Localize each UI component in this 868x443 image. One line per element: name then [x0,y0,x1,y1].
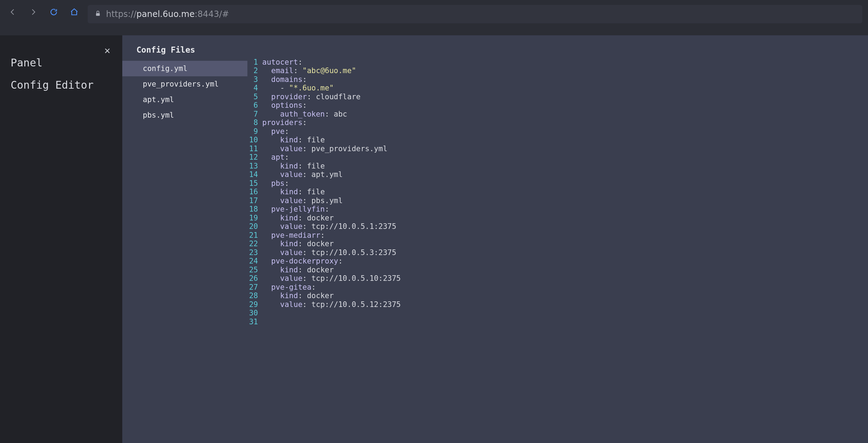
editor-line[interactable]: 29 value: tcp://10.0.5.12:2375 [247,300,868,309]
editor-line[interactable]: 11 value: pve_providers.yml [247,144,868,153]
line-code: kind: docker [262,291,868,300]
line-number: 29 [247,300,262,309]
line-number: 13 [247,161,262,170]
line-code: pve: [262,127,868,136]
line-code: kind: file [262,187,868,196]
editor-line[interactable]: 17 value: pbs.yml [247,196,868,205]
sidebar-item-panel[interactable]: Panel [0,52,122,74]
line-code: auth_token: abc [262,110,868,118]
editor-line[interactable]: 16 kind: file [247,187,868,196]
editor-line[interactable]: 31 [247,317,868,326]
line-number: 5 [247,92,262,101]
editor-line[interactable]: 2 email: "abc@6uo.me" [247,66,868,75]
line-code: value: tcp://10.0.5.3:2375 [262,248,868,257]
line-code [262,308,868,317]
editor-line[interactable]: 15 pbs: [247,179,868,188]
url-text: https://panel.6uo.me:8443/# [106,9,229,19]
line-code: kind: docker [262,239,868,248]
line-code: value: tcp://10.0.5.10:2375 [262,274,868,283]
line-number: 31 [247,317,262,326]
line-number: 15 [247,179,262,188]
main-area: ✕ PanelConfig Editor Config Files config… [0,35,868,443]
home-icon[interactable] [67,5,81,19]
line-number: 4 [247,83,262,92]
lock-icon [95,10,101,18]
file-item[interactable]: config.yml [122,61,247,76]
line-number: 24 [247,256,262,265]
line-code: kind: file [262,135,868,144]
editor-line[interactable]: 28 kind: docker [247,291,868,300]
line-number: 18 [247,205,262,213]
editor-line[interactable]: 22 kind: docker [247,239,868,248]
editor-line[interactable]: 8providers: [247,118,868,127]
editor-line[interactable]: 27 pve-gitea: [247,283,868,291]
line-number: 7 [247,110,262,118]
line-number: 25 [247,265,262,274]
back-icon[interactable] [6,5,20,19]
editor-line[interactable]: 1autocert: [247,58,868,66]
line-code: value: pbs.yml [262,196,868,205]
editor-line[interactable]: 23 value: tcp://10.0.5.3:2375 [247,248,868,257]
line-number: 26 [247,274,262,283]
line-code: email: "abc@6uo.me" [262,66,868,75]
line-code: pbs: [262,179,868,188]
editor-line[interactable]: 5 provider: cloudflare [247,92,868,101]
editor-line[interactable]: 30 [247,308,868,317]
editor-line[interactable]: 24 pve-dockerproxy: [247,256,868,265]
line-number: 16 [247,187,262,196]
line-code: value: apt.yml [262,170,868,179]
line-code: kind: file [262,161,868,170]
line-code: value: pve_providers.yml [262,144,868,153]
editor-line[interactable]: 7 auth_token: abc [247,110,868,118]
browser-toolbar: https://panel.6uo.me:8443/# [0,0,868,35]
editor-line[interactable]: 20 value: tcp://10.0.5.1:2375 [247,222,868,231]
line-number: 21 [247,231,262,240]
editor-line[interactable]: 18 pve-jellyfin: [247,205,868,213]
editor-line[interactable]: 25 kind: docker [247,265,868,274]
line-number: 1 [247,58,262,66]
line-number: 28 [247,291,262,300]
editor-line[interactable]: 14 value: apt.yml [247,170,868,179]
file-item[interactable]: apt.yml [122,92,247,107]
editor-line[interactable]: 3 domains: [247,75,868,84]
left-sidebar: ✕ PanelConfig Editor [0,35,122,443]
line-number: 17 [247,196,262,205]
line-code: value: tcp://10.0.5.12:2375 [262,300,868,309]
file-item[interactable]: pbs.yml [122,107,247,123]
line-code: kind: docker [262,265,868,274]
line-number: 27 [247,283,262,291]
line-number: 19 [247,213,262,222]
close-icon[interactable]: ✕ [104,45,110,56]
reload-icon[interactable] [47,5,61,19]
file-item[interactable]: pve_providers.yml [122,76,247,92]
line-number: 12 [247,153,262,161]
editor-line[interactable]: 9 pve: [247,127,868,136]
line-code: providers: [262,118,868,127]
sidebar-item-config-editor[interactable]: Config Editor [0,74,122,96]
line-number: 14 [247,170,262,179]
editor-line[interactable]: 21 pve-mediarr: [247,231,868,240]
line-code: options: [262,101,868,110]
editor-line[interactable]: 4 - "*.6uo.me" [247,83,868,92]
code-editor[interactable]: 1autocert:2 email: "abc@6uo.me"3 domains… [247,35,868,443]
address-bar[interactable]: https://panel.6uo.me:8443/# [88,5,862,23]
line-number: 20 [247,222,262,231]
line-code [262,317,868,326]
editor-line[interactable]: 10 kind: file [247,135,868,144]
forward-icon[interactable] [26,5,40,19]
editor-line[interactable]: 19 kind: docker [247,213,868,222]
line-code: autocert: [262,58,868,66]
line-number: 22 [247,239,262,248]
line-number: 10 [247,135,262,144]
editor-line[interactable]: 13 kind: file [247,161,868,170]
line-code: pve-dockerproxy: [262,256,868,265]
line-number: 6 [247,101,262,110]
editor-line[interactable]: 6 options: [247,101,868,110]
file-list-panel: Config Files config.ymlpve_providers.yml… [122,35,247,443]
editor-line[interactable]: 12 apt: [247,153,868,161]
line-code: pve-gitea: [262,283,868,291]
line-code: apt: [262,153,868,161]
line-number: 30 [247,308,262,317]
line-number: 3 [247,75,262,84]
editor-line[interactable]: 26 value: tcp://10.0.5.10:2375 [247,274,868,283]
